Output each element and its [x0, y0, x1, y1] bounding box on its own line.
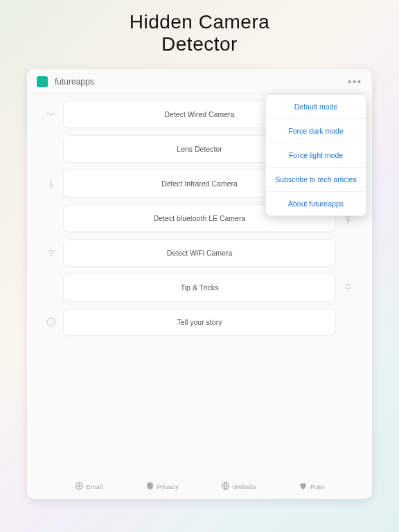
at-icon: [75, 481, 84, 492]
feature-button[interactable]: Tell your story: [63, 308, 336, 336]
shield-icon: [145, 481, 154, 492]
overflow-menu-button[interactable]: •••: [348, 76, 362, 87]
feature-row: Tip & Tricks: [39, 274, 360, 301]
menu-item[interactable]: Force dark mode: [266, 119, 366, 143]
svg-point-2: [50, 185, 53, 188]
menu-item[interactable]: About futureapps: [266, 192, 366, 215]
wave-icon: [39, 109, 63, 120]
svg-point-4: [346, 285, 351, 290]
feature-row: Detect WiFi Camera: [39, 239, 360, 267]
menu-item[interactable]: Subscribe to tech articles: [266, 168, 366, 192]
wifi-icon: [39, 247, 63, 258]
menu-item[interactable]: Force light mode: [266, 143, 366, 168]
thermo-icon: [39, 178, 63, 189]
overflow-menu: Default modeForce dark modeForce light m…: [265, 94, 366, 216]
app-logo: [37, 76, 48, 87]
footer-privacy[interactable]: Privacy: [145, 481, 179, 492]
feature-button[interactable]: Detect WiFi Camera: [63, 239, 336, 267]
footer-rate[interactable]: Rate: [299, 481, 324, 492]
svg-point-3: [51, 256, 51, 256]
feature-row: Tell your story: [39, 308, 360, 336]
svg-point-6: [76, 483, 82, 490]
globe-icon: [221, 481, 230, 492]
footer-label: Rate: [310, 483, 324, 490]
footer-email[interactable]: Email: [75, 481, 103, 492]
footer-label: Privacy: [157, 483, 179, 490]
footer-bar: EmailPrivacyWebsiteRate: [27, 481, 372, 492]
brand-label: futureapps: [55, 77, 94, 87]
app-card: futureapps ••• Detect Wired CameraLens D…: [27, 69, 372, 499]
footer-label: Email: [87, 483, 103, 490]
footer-label: Website: [233, 483, 256, 490]
svg-point-5: [47, 318, 55, 326]
bulb-icon: [336, 282, 360, 293]
feature-button[interactable]: Tip & Tricks: [63, 274, 336, 301]
svg-point-7: [78, 485, 80, 487]
heart-icon: [299, 481, 308, 492]
footer-website[interactable]: Website: [221, 481, 256, 492]
menu-item[interactable]: Default mode: [266, 95, 366, 119]
app-header: futureapps •••: [27, 69, 372, 94]
smile-icon: [39, 317, 63, 328]
page-title: Hidden CameraDetector: [0, 0, 399, 64]
